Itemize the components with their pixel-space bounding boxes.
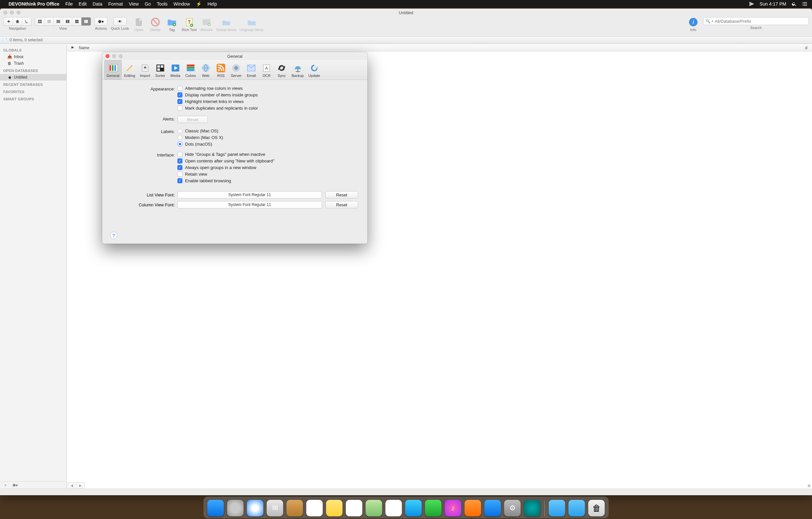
dock-app-photos[interactable] — [385, 500, 402, 516]
pref-tab-media[interactable]: Media — [168, 60, 183, 80]
dock-app-devonthink[interactable] — [524, 500, 541, 516]
chk-itemcount[interactable]: ✓Display number of items inside groups — [177, 92, 358, 98]
spotlight-icon[interactable] — [791, 1, 797, 7]
quicklook-button[interactable]: 👁 — [113, 17, 127, 26]
pref-tab-server[interactable]: Server — [229, 60, 244, 80]
dock-app-ibooks[interactable] — [465, 500, 481, 516]
menu-go[interactable]: Go — [145, 1, 151, 7]
sidebar-item-untitled-db[interactable]: ◆ Untitled — [0, 74, 66, 81]
chk-open-new-window[interactable]: ✓Always open groups in a new window — [177, 165, 358, 170]
dock-folder-applications[interactable] — [549, 500, 565, 516]
dock-app-calendar[interactable]: 22 — [307, 500, 323, 516]
view-list-icon[interactable] — [45, 18, 54, 25]
chk-open-after-clipboard[interactable]: ✓Open contents after using "New with cli… — [177, 159, 358, 163]
pref-tab-rss[interactable]: RSS — [213, 60, 229, 80]
dock-app-launchpad[interactable] — [227, 500, 244, 516]
sidebar-item-trash[interactable]: 🗑 Trash — [0, 60, 66, 67]
nav-back-icon[interactable] — [4, 18, 13, 25]
sidebar-action-button[interactable]: ✽▾ — [12, 483, 19, 488]
alerts-reset-button[interactable]: Reset — [177, 116, 208, 123]
pref-tab-sync[interactable]: Sync — [274, 60, 289, 80]
view-split-h-icon[interactable] — [63, 18, 72, 25]
pref-tab-editing[interactable]: Editing — [122, 60, 138, 80]
menu-edit[interactable]: Edit — [79, 1, 87, 7]
dock-app-system-prefs[interactable]: ⚙︎ — [504, 500, 521, 516]
chk-hide-groups-tags[interactable]: Hide "Groups & Tags" panel when inactive — [177, 152, 358, 157]
content-menu-icon[interactable]: ≣ — [807, 483, 811, 488]
sorter-icon — [155, 63, 166, 73]
dock-app-app-store[interactable] — [485, 500, 501, 516]
menubar-list-icon[interactable] — [802, 2, 808, 6]
chk-highlight-links[interactable]: ✓Highlight Internet links in views — [177, 99, 358, 104]
chk-retain-view[interactable]: Retain view — [177, 172, 358, 176]
chk-tabbed-browsing[interactable]: ✓Enable tabbed browsing — [177, 178, 358, 183]
pref-tab-web[interactable]: Web — [198, 60, 213, 80]
richtext-icon[interactable]: T — [183, 17, 196, 27]
rad-classic[interactable]: Classic (Mac OS) — [177, 129, 358, 133]
menubar-app-name[interactable]: DEVONthink Pro Office — [8, 1, 59, 7]
menu-data[interactable]: Data — [93, 1, 103, 7]
search-input[interactable] — [715, 19, 806, 24]
dock-app-contacts[interactable] — [287, 500, 303, 516]
content-column-header[interactable]: ⚑ Name d — [67, 44, 812, 52]
menubar-clock[interactable]: Sun 4:17 PM — [759, 1, 786, 7]
info-icon[interactable]: i — [687, 17, 700, 27]
sidebar-item-inbox[interactable]: 📥 Inbox — [0, 53, 66, 60]
content-back-button[interactable]: ◀ — [68, 482, 76, 488]
dock-app-finder[interactable] — [207, 500, 224, 516]
list-font-reset-button[interactable]: Reset — [325, 191, 358, 198]
menu-scripts-icon[interactable]: ⚡ — [196, 1, 202, 7]
pref-tab-backup[interactable]: Backup — [289, 60, 306, 80]
menu-tools[interactable]: Tools — [157, 1, 168, 7]
column-font-field[interactable]: System Font Regular 11 — [177, 201, 322, 208]
tag-folder-icon[interactable] — [165, 17, 178, 27]
dock-app-maps[interactable] — [366, 500, 382, 516]
flag-column-icon[interactable]: ⚑ — [69, 46, 75, 50]
menubar-status-icon[interactable] — [749, 1, 754, 7]
dock-app-messages[interactable] — [405, 500, 422, 516]
pref-tab-ocr[interactable]: A OCR — [259, 60, 274, 80]
view-icons-icon[interactable] — [35, 18, 45, 25]
rad-dots[interactable]: Dots (macOS) — [177, 142, 358, 146]
column-font-reset-button[interactable]: Reset — [325, 201, 358, 208]
pref-tab-email[interactable]: Email — [244, 60, 259, 80]
nav-up-icon[interactable] — [22, 18, 31, 25]
menu-help[interactable]: Help — [207, 1, 217, 7]
pref-tab-import[interactable]: Import — [138, 60, 153, 80]
rad-modern[interactable]: Modern (Mac OS X) — [177, 135, 358, 140]
view-threeup-icon[interactable] — [82, 18, 91, 25]
dock-app-reminders[interactable] — [346, 500, 362, 516]
globe-icon — [201, 63, 211, 73]
pref-tab-general[interactable]: General — [104, 60, 122, 80]
pref-tab-sorter[interactable]: Sorter — [153, 60, 168, 80]
view-segments[interactable] — [35, 17, 91, 26]
chk-altrows[interactable]: Alternating row colors in views — [177, 86, 358, 91]
name-column-header[interactable]: Name — [79, 46, 786, 50]
help-button[interactable]: ? — [110, 232, 117, 239]
menu-view[interactable]: View — [129, 1, 139, 7]
menu-file[interactable]: File — [65, 1, 73, 7]
search-scope-chevron-icon[interactable]: ▾ — [712, 20, 714, 23]
dock-app-mail[interactable]: ✉︎ — [267, 500, 283, 516]
sidebar-add-button[interactable]: ＋ — [2, 482, 8, 488]
pref-tab-update[interactable]: Update — [306, 60, 322, 80]
dock-app-safari[interactable] — [247, 500, 263, 516]
dock-app-notes[interactable] — [326, 500, 343, 516]
chk-mark-dupes[interactable]: Mark duplicates and replicants in color — [177, 106, 358, 111]
menu-window[interactable]: Window — [173, 1, 190, 7]
dock-app-facetime[interactable] — [425, 500, 442, 516]
dock-trash[interactable]: 🗑 — [588, 500, 605, 516]
nav-home-icon[interactable] — [13, 18, 22, 25]
dock-folder-downloads[interactable] — [569, 500, 585, 516]
dock-app-itunes[interactable]: ♪ — [445, 500, 461, 516]
navigation-segments[interactable] — [3, 17, 32, 26]
list-font-field[interactable]: System Font Regular 11 — [177, 191, 322, 198]
view-columns-icon[interactable] — [54, 18, 63, 25]
content-forward-button[interactable]: ▶ — [76, 482, 85, 488]
pref-tab-colors[interactable]: Colors — [183, 60, 198, 80]
view-split-v-icon[interactable] — [72, 18, 82, 25]
menu-format[interactable]: Format — [108, 1, 123, 7]
search-field[interactable]: 🔍 ▾ — [703, 17, 809, 25]
kind-column-header[interactable]: d — [789, 46, 809, 50]
actions-button[interactable]: ✽▾ — [94, 17, 108, 26]
